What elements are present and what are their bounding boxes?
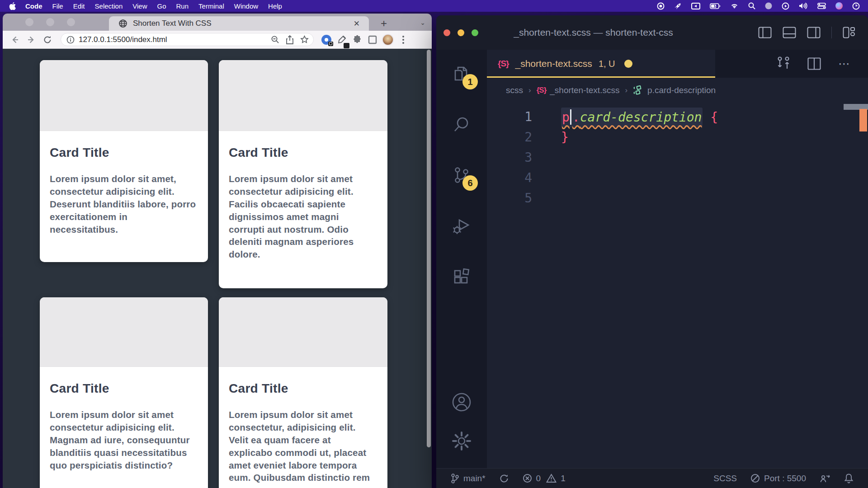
- do-not-disturb-icon[interactable]: [765, 2, 772, 9]
- address-bar[interactable]: 127.0.0.1:5500/index.html: [61, 33, 314, 46]
- breadcrumb-symbol[interactable]: p.card-description: [647, 85, 716, 95]
- menu-terminal[interactable]: Terminal: [193, 2, 229, 10]
- code-close-brace: }: [561, 130, 569, 145]
- card-image-placeholder: [40, 60, 208, 131]
- menu-view[interactable]: View: [127, 2, 152, 10]
- zoom-icon[interactable]: [271, 35, 279, 44]
- play-status-icon[interactable]: [782, 2, 789, 10]
- breadcrumb-folder[interactable]: scss: [506, 85, 523, 95]
- chevron-right-icon: ›: [528, 86, 531, 95]
- card-image-placeholder: [40, 297, 208, 367]
- run-debug-icon[interactable]: [450, 214, 473, 238]
- overview-ruler-warning-marker: [859, 109, 867, 131]
- share-icon[interactable]: [286, 35, 294, 44]
- scss-file-icon: {S}: [537, 86, 547, 95]
- source-control-badge: 6: [462, 175, 478, 191]
- rocket-icon[interactable]: [674, 2, 682, 10]
- menu-file[interactable]: File: [47, 2, 68, 10]
- password-manager-extension-icon[interactable]: [320, 33, 333, 46]
- toggle-primary-sidebar-icon[interactable]: [758, 27, 772, 38]
- sidebar-extension-icon[interactable]: [366, 33, 379, 46]
- page-scrollbar[interactable]: [427, 50, 431, 447]
- git-branch-status[interactable]: main*: [451, 473, 486, 484]
- vscode-window: _shorten-text.scss — shorten-text-css 1 …: [436, 15, 868, 488]
- menu-go[interactable]: Go: [152, 2, 171, 10]
- notifications-bell-icon[interactable]: [844, 473, 854, 483]
- warning-count: 1: [561, 474, 566, 483]
- reload-icon[interactable]: [41, 33, 54, 47]
- spotlight-search-icon[interactable]: [748, 2, 755, 9]
- split-editor-icon[interactable]: [807, 57, 821, 70]
- problems-status[interactable]: 0 1: [523, 474, 566, 483]
- more-actions-icon[interactable]: ⋯: [838, 57, 851, 71]
- bookmark-star-icon[interactable]: [300, 35, 309, 44]
- search-icon[interactable]: [450, 113, 473, 136]
- live-server-port[interactable]: Port : 5500: [750, 474, 806, 483]
- close-window-button[interactable]: [443, 29, 450, 36]
- accounts-icon[interactable]: [450, 390, 473, 414]
- unsaved-changes-dot[interactable]: [624, 60, 632, 68]
- menu-run[interactable]: Run: [171, 2, 194, 10]
- siri-icon[interactable]: [835, 2, 843, 9]
- chrome-window-controls[interactable]: [25, 18, 75, 26]
- feedback-icon[interactable]: [820, 474, 830, 483]
- menu-selection[interactable]: Selection: [90, 2, 128, 10]
- extensions-icon[interactable]: [450, 265, 473, 288]
- vscode-title-bar: _shorten-text.scss — shorten-text-css: [436, 15, 868, 50]
- eyedropper-extension-icon[interactable]: [335, 33, 348, 46]
- branch-name: main*: [463, 474, 486, 483]
- site-info-icon[interactable]: [66, 36, 75, 44]
- clock-icon[interactable]: [852, 2, 860, 10]
- minimize-window-button[interactable]: [458, 29, 464, 36]
- toggle-panel-icon[interactable]: [783, 27, 796, 38]
- vscode-window-controls[interactable]: [443, 29, 478, 36]
- control-center-icon[interactable]: [817, 3, 826, 9]
- tab-close-icon[interactable]: ✕: [352, 19, 362, 28]
- menu-help[interactable]: Help: [263, 2, 287, 10]
- open-changes-icon[interactable]: [777, 56, 790, 71]
- source-control-icon[interactable]: 6: [450, 164, 473, 187]
- volume-icon[interactable]: [799, 2, 808, 9]
- screen-mirroring-icon[interactable]: [691, 3, 700, 9]
- code-open-brace: {: [710, 110, 718, 125]
- language-mode[interactable]: SCSS: [713, 474, 737, 483]
- menu-window[interactable]: Window: [229, 2, 263, 10]
- breadcrumb-file[interactable]: _shorten-text.scss: [550, 85, 619, 95]
- apple-menu-icon[interactable]: [9, 2, 16, 10]
- record-icon[interactable]: [657, 2, 665, 10]
- minimize-window-button[interactable]: [46, 18, 54, 26]
- new-tab-button[interactable]: +: [381, 18, 387, 29]
- extensions-puzzle-icon[interactable]: [351, 33, 363, 46]
- line-number: 2: [487, 130, 532, 145]
- chrome-tab-strip: Shorten Text With CSS ✕ + ⌄: [3, 14, 432, 31]
- card-description: Lorem ipsum dolor sit amet consectetur a…: [229, 173, 377, 261]
- chrome-toolbar: 127.0.0.1:5500/index.html: [3, 31, 432, 49]
- code-editor[interactable]: 1 p.card-description { 2 } 3 4 5: [487, 103, 868, 468]
- explorer-icon[interactable]: 1: [450, 62, 473, 86]
- close-window-button[interactable]: [25, 18, 33, 26]
- zoom-window-button[interactable]: [67, 18, 75, 26]
- menu-code[interactable]: Code: [20, 2, 47, 10]
- editor-tab-bar: {S} _shorten-text.scss 1, U ⋯: [487, 50, 868, 78]
- zoom-window-button[interactable]: [472, 29, 478, 36]
- back-icon[interactable]: [8, 33, 22, 47]
- sync-icon[interactable]: [499, 474, 509, 483]
- toggle-secondary-sidebar-icon[interactable]: [807, 27, 821, 38]
- wifi-icon[interactable]: [730, 3, 739, 9]
- globe-favicon: [119, 19, 127, 28]
- tab-title: Shorten Text With CSS: [133, 19, 352, 28]
- url-text[interactable]: 127.0.0.1:5500/index.html: [79, 35, 264, 44]
- line-number: 4: [487, 170, 532, 185]
- profile-avatar[interactable]: [382, 33, 394, 46]
- macos-menu-bar: Code File Edit Selection View Go Run Ter…: [0, 0, 868, 12]
- menu-edit[interactable]: Edit: [68, 2, 90, 10]
- customize-layout-icon[interactable]: [843, 27, 855, 38]
- tab-search-chevron-icon[interactable]: ⌄: [420, 19, 425, 26]
- chrome-menu-icon[interactable]: [397, 33, 410, 46]
- browser-tab[interactable]: Shorten Text With CSS ✕: [109, 16, 369, 31]
- settings-gear-icon[interactable]: [450, 429, 473, 453]
- editor-tab[interactable]: {S} _shorten-text.scss 1, U: [487, 50, 715, 78]
- battery-icon[interactable]: [710, 3, 721, 9]
- forward-icon[interactable]: [24, 33, 38, 47]
- port-label: Port : 5500: [764, 474, 806, 483]
